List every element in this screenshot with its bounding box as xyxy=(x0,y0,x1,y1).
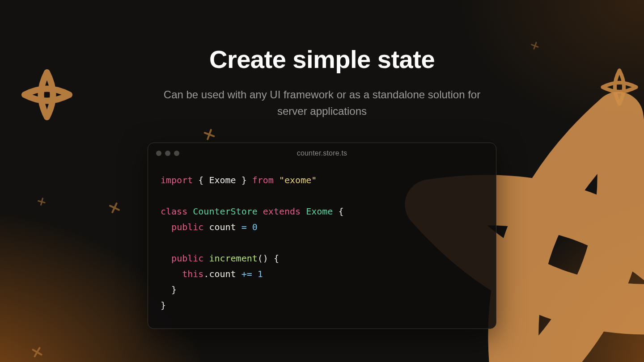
code-token: = xyxy=(242,222,247,232)
code-token: { xyxy=(274,253,279,264)
code-token: += xyxy=(242,269,252,279)
code-token: 0 xyxy=(252,222,258,232)
code-token: "exome" xyxy=(279,175,317,185)
code-token: . xyxy=(203,269,209,279)
code-token: public xyxy=(171,253,203,264)
code-token: count xyxy=(209,269,236,279)
page-title: Create simple state xyxy=(209,45,435,74)
window-titlebar: counter.store.ts xyxy=(148,143,496,164)
code-token: public xyxy=(171,222,203,232)
code-token: { xyxy=(198,175,203,185)
code-token: } xyxy=(161,300,166,311)
code-block: import { Exome } from "exome" class Coun… xyxy=(148,164,496,328)
code-token: CounterStore xyxy=(193,206,258,217)
filename-label: counter.store.ts xyxy=(148,149,496,157)
code-token: count xyxy=(209,222,236,232)
code-token: ) xyxy=(263,253,268,264)
code-token: import xyxy=(161,175,193,185)
code-token: Exome xyxy=(209,175,236,185)
page-subtitle: Can be used with any UI framework or as … xyxy=(148,86,496,119)
code-token: { xyxy=(338,206,343,217)
code-token: this xyxy=(182,269,203,279)
code-token: ( xyxy=(258,253,263,264)
sparkle-icon xyxy=(29,344,45,360)
code-token: from xyxy=(252,175,274,185)
code-token: class xyxy=(161,206,187,217)
code-token: extends xyxy=(263,206,301,217)
code-token: } xyxy=(242,175,247,185)
code-token: Exome xyxy=(306,206,333,217)
code-token: increment xyxy=(209,253,257,264)
code-token: } xyxy=(171,284,177,295)
code-window: counter.store.ts import { Exome } from "… xyxy=(148,143,496,329)
code-token: 1 xyxy=(258,269,263,279)
